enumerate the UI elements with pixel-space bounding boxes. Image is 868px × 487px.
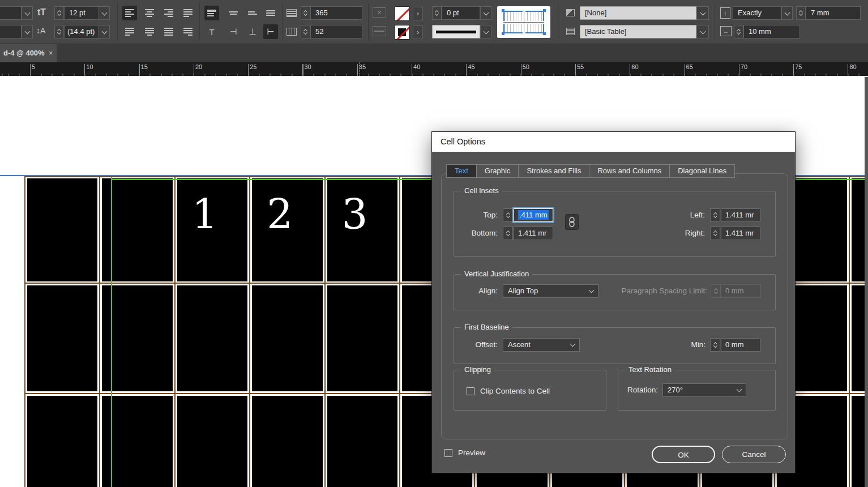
right-inset-field[interactable]: 1.411 mr xyxy=(721,227,760,240)
columns-field[interactable]: 52 xyxy=(310,25,362,39)
stroke-color-swatch-none[interactable] xyxy=(395,6,409,21)
horizontal-ruler[interactable]: 5101520253035404550556065707580 xyxy=(0,62,868,77)
table-cell[interactable]: 2 xyxy=(252,178,322,281)
valign-justify-button[interactable] xyxy=(263,6,278,20)
fill-color-expand-button[interactable]: › xyxy=(413,25,423,39)
stroke-weight-dropdown-button[interactable] xyxy=(480,6,491,20)
top-inset-field[interactable]: .411 mm xyxy=(514,208,553,222)
cell-insets-legend: Cell Insets xyxy=(461,186,502,195)
table-cell[interactable] xyxy=(177,396,247,487)
cell-style-dropdown-button[interactable] xyxy=(696,6,709,20)
align-center-button[interactable] xyxy=(142,6,157,20)
table-cell[interactable] xyxy=(852,396,865,487)
rotate-270-button[interactable]: ⊢ xyxy=(263,24,278,39)
table-cell[interactable] xyxy=(327,285,397,391)
font-size-stepper[interactable] xyxy=(54,6,64,20)
justify-last-left-button[interactable] xyxy=(122,24,137,39)
make-all-settings-same-button[interactable] xyxy=(565,214,579,230)
cell-style-field[interactable]: [None] xyxy=(580,6,696,20)
table-proxy-widget[interactable] xyxy=(497,6,550,38)
stroke-type-dropdown-button[interactable] xyxy=(480,25,491,39)
min-field[interactable]: 0 mm xyxy=(721,338,760,352)
tab-text[interactable]: Text xyxy=(446,164,477,178)
valign-top-button[interactable] xyxy=(204,6,219,20)
row-height-mode-dropdown[interactable]: Exactly xyxy=(733,6,781,20)
clipping-legend: Clipping xyxy=(461,365,494,374)
table-cell[interactable] xyxy=(177,285,247,391)
table-cell[interactable] xyxy=(27,178,97,281)
left-inset-stepper[interactable] xyxy=(710,208,720,222)
row-height-mode-chevron[interactable] xyxy=(781,6,793,20)
table-cell[interactable] xyxy=(27,285,97,391)
rows-stepper[interactable] xyxy=(301,6,310,20)
cancel-button[interactable]: Cancel xyxy=(722,446,786,463)
stroke-weight-stepper[interactable] xyxy=(432,6,442,20)
font-style-field[interactable] xyxy=(0,25,22,39)
frame-edge-green-vertical[interactable] xyxy=(111,177,112,487)
rotation-dropdown[interactable]: 270° xyxy=(662,383,746,397)
justify-left-button[interactable] xyxy=(181,6,195,20)
font-style-dropdown-button[interactable] xyxy=(22,25,33,39)
table-cell[interactable]: 1 xyxy=(177,178,247,281)
justify-last-center-button[interactable] xyxy=(142,24,157,39)
first-baseline-group: First Baseline Offset: Ascent Min: 0 mm xyxy=(454,327,776,364)
rotate-90-button[interactable]: ⊣ xyxy=(226,24,241,39)
font-size-dropdown-button[interactable] xyxy=(99,6,110,20)
font-family-field[interactable] xyxy=(0,6,22,20)
fill-color-swatch[interactable] xyxy=(395,25,409,40)
stroke-color-expand-button[interactable]: › xyxy=(413,7,423,20)
document-tab[interactable]: d-4 @ 400%× xyxy=(0,44,57,62)
justify-all-button[interactable] xyxy=(161,24,176,39)
font-size-field[interactable]: 12 pt xyxy=(64,6,99,20)
table-cell[interactable] xyxy=(27,396,97,487)
align-left-button[interactable] xyxy=(122,6,137,20)
rows-field[interactable]: 365 xyxy=(310,6,362,20)
leading-dropdown-button[interactable] xyxy=(99,25,110,39)
table-cell[interactable] xyxy=(252,285,322,391)
table-style-field[interactable]: [Basic Table] xyxy=(580,25,696,39)
stroke-weight-field[interactable]: 0 pt xyxy=(442,6,480,20)
table-style-dropdown-button[interactable] xyxy=(696,25,709,39)
preview-checkbox[interactable] xyxy=(444,449,452,457)
dialog-title[interactable]: Cell Options xyxy=(432,132,795,152)
cell-style-icon xyxy=(566,9,575,16)
tab-strokes-and-fills[interactable]: Strokes and Fills xyxy=(518,164,589,178)
column-width-field[interactable]: 10 mm xyxy=(743,25,800,39)
row-height-field[interactable]: 7 mm xyxy=(806,6,861,20)
columns-stepper[interactable] xyxy=(301,25,310,39)
tab-diagonal-lines[interactable]: Diagonal Lines xyxy=(669,164,735,178)
valign-bottom-button[interactable] xyxy=(245,6,260,20)
font-family-dropdown-button[interactable] xyxy=(22,6,33,20)
leading-stepper[interactable] xyxy=(54,25,64,39)
stroke-type-field[interactable] xyxy=(432,25,480,39)
min-stepper[interactable] xyxy=(710,338,720,352)
clip-contents-checkbox[interactable] xyxy=(467,387,474,395)
clipping-group: Clipping Clip Contents to Cell xyxy=(454,370,606,411)
right-inset-stepper[interactable] xyxy=(710,227,720,240)
table-cell[interactable] xyxy=(102,178,172,281)
table-cell[interactable] xyxy=(102,396,172,487)
column-width-stepper[interactable] xyxy=(734,25,743,39)
align-right-button[interactable] xyxy=(161,6,176,20)
rotate-180-button[interactable]: ⊥ xyxy=(245,24,260,39)
close-tab-icon[interactable]: × xyxy=(49,49,53,57)
row-height-stepper[interactable] xyxy=(796,6,806,20)
table-cell[interactable] xyxy=(852,178,865,281)
table-cell[interactable]: 3 xyxy=(327,178,397,281)
bottom-inset-field[interactable]: 1.411 mr xyxy=(514,227,553,240)
leading-field[interactable]: (14.4 pt) xyxy=(64,25,99,39)
text-upright-button[interactable]: T xyxy=(204,24,219,39)
table-cell[interactable] xyxy=(852,285,865,391)
first-baseline-offset-dropdown[interactable]: Ascent xyxy=(503,338,580,352)
valign-center-button[interactable] xyxy=(226,6,241,20)
ok-button[interactable]: OK xyxy=(652,446,715,463)
table-cell[interactable] xyxy=(327,396,397,487)
top-inset-stepper[interactable] xyxy=(503,208,513,222)
table-cell[interactable] xyxy=(252,396,322,487)
justify-last-right-button[interactable] xyxy=(181,24,195,39)
table-cell[interactable] xyxy=(102,285,172,391)
bottom-inset-stepper[interactable] xyxy=(503,227,513,240)
tab-graphic[interactable]: Graphic xyxy=(476,164,519,178)
tab-rows-and-columns[interactable]: Rows and Columns xyxy=(589,164,670,178)
left-inset-field[interactable]: 1.411 mr xyxy=(721,208,760,222)
